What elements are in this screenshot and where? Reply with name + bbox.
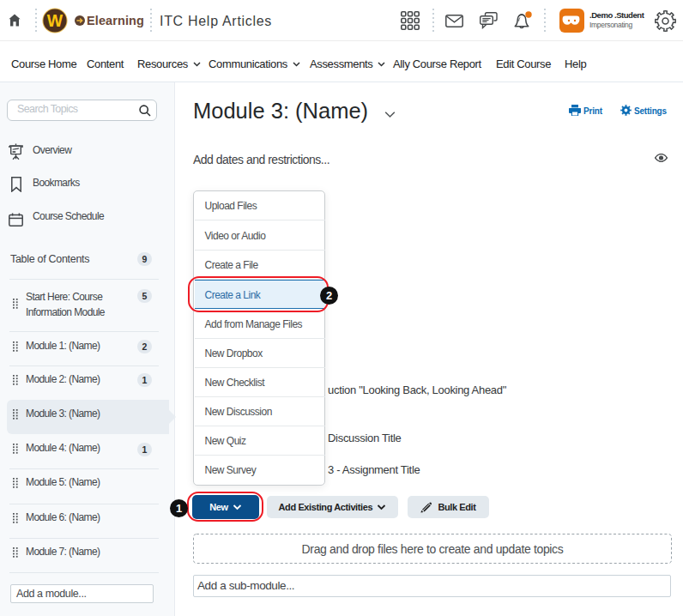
svg-text:W: W — [47, 11, 63, 30]
